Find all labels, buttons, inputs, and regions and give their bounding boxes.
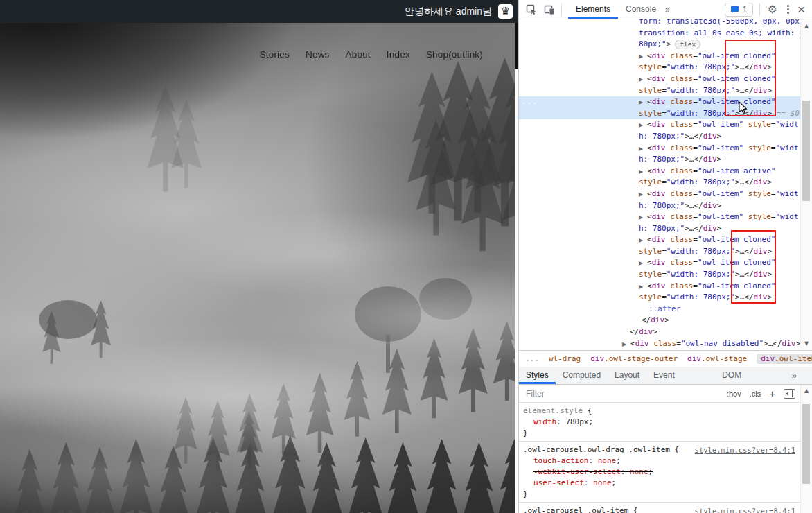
- dom-tree-line[interactable]: transition: all 0s ease 0s; width: 85: [519, 28, 801, 40]
- console-message-badge[interactable]: 1: [725, 3, 753, 17]
- sidebar-tab-dom-breakpoints[interactable]: DOM Breakpoints: [715, 367, 792, 384]
- styles-filter-bar: :hov.cls+: [519, 385, 801, 403]
- nav-item-shop-outlink-[interactable]: Shop(outlink): [426, 49, 483, 60]
- scrollbar-thumb[interactable]: [802, 404, 810, 484]
- screenshot-root: { "page": { "admin_bar": { "greeting": "…: [0, 0, 812, 513]
- devtools-panel: ElementsConsole » 1 ⚙ × form: translate3…: [518, 0, 812, 513]
- more-tabs-chevron[interactable]: »: [665, 4, 670, 15]
- breadcrumb-item[interactable]: div.owl-stage: [687, 354, 747, 363]
- kebab-menu-icon[interactable]: [787, 5, 789, 14]
- dom-tree-line[interactable]: ▶<div class="owl-item cloned": [519, 234, 801, 246]
- dom-tree-line[interactable]: h: 780px;">…</div>: [519, 200, 801, 212]
- toggle-sidebar-icon[interactable]: [784, 389, 795, 399]
- message-count: 1: [743, 5, 748, 15]
- expand-arrow-icon[interactable]: ▶: [639, 51, 647, 63]
- rule-selector[interactable]: element.style: [523, 406, 583, 415]
- stylesheet-link[interactable]: style.min.css?ver=8.4:1: [695, 444, 795, 455]
- css-declaration[interactable]: -webkit-user-select: none;: [523, 467, 801, 478]
- device-toolbar-icon[interactable]: [544, 4, 555, 15]
- dom-tree-line[interactable]: style="width: 780px;">…</div>: [519, 292, 801, 304]
- rule-selector[interactable]: .owl-carousel.owl-drag .owl-item: [523, 445, 670, 454]
- dom-tree-line[interactable]: style="width: 780px;">…</div>: [519, 269, 801, 281]
- dom-tree-line[interactable]: h: 780px;">…</div>: [519, 131, 801, 143]
- dom-tree-line[interactable]: ▶<div class="owl-item cloned": [519, 281, 801, 293]
- dom-tree-line[interactable]: style="width: 780px;">…</div>: [519, 177, 801, 189]
- expand-arrow-icon[interactable]: ▶: [639, 258, 647, 270]
- css-declaration[interactable]: width: 780px;: [523, 417, 801, 428]
- dom-tree-line[interactable]: ▶<div class="owl-item active": [519, 166, 801, 177]
- expand-arrow-icon[interactable]: ▶: [639, 212, 647, 224]
- sidebar-tab-event-listeners[interactable]: Event Listeners: [646, 367, 715, 384]
- dom-tree-line[interactable]: style="width: 780px;">…</div>: [519, 85, 801, 97]
- scroll-up-icon[interactable]: ▲: [801, 23, 812, 29]
- expand-arrow-icon[interactable]: ▶: [639, 189, 647, 201]
- sidebar-tab-styles[interactable]: Styles: [519, 367, 556, 384]
- css-declaration[interactable]: touch-action: none;: [523, 455, 801, 467]
- nav-item-about[interactable]: About: [346, 49, 371, 60]
- nav-item-news[interactable]: News: [306, 49, 330, 60]
- breadcrumb-item[interactable]: div.owl-stage-outer: [590, 354, 678, 363]
- scroll-up-icon[interactable]: ▲: [801, 388, 812, 394]
- expand-arrow-icon[interactable]: ▶: [639, 120, 647, 132]
- sidebar-tab-strip: StylesComputedLayoutEvent ListenersDOM B…: [519, 367, 812, 385]
- styles-filter-input[interactable]: [519, 388, 727, 399]
- sidebar-more-tabs-chevron[interactable]: »: [792, 370, 797, 381]
- stylesheet-link[interactable]: style.min.css?ver=8.4:1: [695, 505, 795, 513]
- expand-arrow-icon[interactable]: ▶: [639, 281, 647, 293]
- styles-toggle-cls[interactable]: .cls: [750, 390, 761, 398]
- dom-tree-line[interactable]: ▶<div class="owl-item cloned": [519, 51, 801, 62]
- dom-tree-line[interactable]: 80px;">flex: [519, 39, 801, 51]
- styles-toggle-[interactable]: +: [769, 388, 775, 399]
- dom-tree-line[interactable]: style="width: 780px;">…</div>: [519, 246, 801, 258]
- devtools-toolbar: ElementsConsole » 1 ⚙ ×: [519, 0, 812, 19]
- expand-arrow-icon[interactable]: ▶: [639, 144, 647, 155]
- rule-selector[interactable]: .owl-carousel .owl-item: [523, 506, 628, 513]
- dom-tree: form: translate3d(-5500px, 0px, 0px);tra…: [519, 19, 801, 349]
- dom-tree-line[interactable]: </div>: [519, 315, 801, 327]
- styles-toggle-hov[interactable]: :hov: [727, 390, 741, 398]
- expand-arrow-icon[interactable]: ▶: [639, 166, 647, 178]
- dom-tree-line[interactable]: ::after: [519, 304, 801, 315]
- dom-tree-line[interactable]: ▶<div class="owl-nav disabled">…</div>: [519, 338, 801, 350]
- dom-tree-line[interactable]: h: 780px;">…</div>: [519, 223, 801, 235]
- tab-console[interactable]: Console: [618, 0, 664, 19]
- nav-item-stories[interactable]: Stories: [260, 49, 290, 60]
- scrollbar-thumb[interactable]: [802, 101, 810, 201]
- close-devtools-icon[interactable]: ×: [797, 3, 805, 16]
- breadcrumb-overflow-left[interactable]: ...: [525, 354, 539, 363]
- dom-tree-line[interactable]: </div>: [519, 327, 801, 338]
- expand-arrow-icon[interactable]: ▶: [639, 97, 647, 109]
- admin-crown-icon[interactable]: ♛: [498, 4, 513, 19]
- sidebar-tab-computed[interactable]: Computed: [556, 367, 608, 384]
- breadcrumb: ... wl-dragdiv.owl-stage-outerdiv.owl-st…: [519, 350, 812, 367]
- dom-tree-line[interactable]: ▶<div class="owl-item cloned": [519, 73, 801, 85]
- dom-tree-line[interactable]: style="width: 780px;">…</div>: [519, 62, 801, 73]
- speech-bubble-icon: [730, 6, 739, 14]
- styles-scrollbar[interactable]: ▲: [800, 385, 812, 513]
- breadcrumb-item[interactable]: wl-drag: [549, 354, 581, 363]
- scroll-down-icon[interactable]: ▼: [801, 340, 812, 347]
- elements-scrollbar[interactable]: ▲ ▼: [800, 19, 812, 350]
- dom-tree-line[interactable]: form: translate3d(-5500px, 0px, 0px);: [519, 19, 801, 28]
- flex-badge[interactable]: flex: [675, 40, 700, 49]
- dom-tree-line[interactable]: ▶<div class="owl-item" style="widt: [519, 211, 801, 223]
- dom-tree-line[interactable]: ...▶<div class="owl-item cloned": [519, 96, 801, 108]
- dom-tree-line[interactable]: h: 780px;">…</div>: [519, 154, 801, 166]
- browser-page: StoriesNewsAboutIndexShop(outlink) 안녕하세요…: [0, 0, 518, 513]
- sidebar-tab-layout[interactable]: Layout: [608, 367, 646, 384]
- expand-arrow-icon[interactable]: ▶: [639, 74, 647, 86]
- settings-gear-icon[interactable]: ⚙: [768, 3, 777, 16]
- fog-overlay: [0, 23, 515, 513]
- nav-item-index[interactable]: Index: [387, 49, 410, 60]
- dom-tree-line[interactable]: ▶<div class="owl-item cloned": [519, 257, 801, 269]
- dom-tree-line[interactable]: style="width: 780px;">…</div> == $0: [519, 108, 801, 120]
- dom-tree-line[interactable]: ▶<div class="owl-item" style="widt: [519, 119, 801, 131]
- expand-arrow-icon[interactable]: ▶: [622, 339, 630, 350]
- breadcrumb-item[interactable]: div.owl-item.cloned: [757, 354, 812, 364]
- dom-tree-line[interactable]: ▶<div class="owl-item" style="widt: [519, 189, 801, 200]
- expand-arrow-icon[interactable]: ▶: [639, 235, 647, 247]
- css-declaration[interactable]: user-select: none;: [523, 478, 801, 489]
- inspect-element-icon[interactable]: [526, 4, 537, 15]
- tab-elements[interactable]: Elements: [568, 0, 618, 19]
- dom-tree-line[interactable]: ▶<div class="owl-item" style="widt: [519, 143, 801, 155]
